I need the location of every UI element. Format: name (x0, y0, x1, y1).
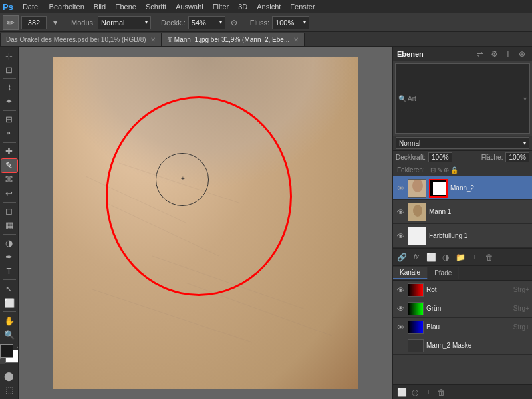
layer-visibility-fill[interactable]: 👁 (396, 231, 405, 241)
layers-header-icon-1[interactable]: ⇌ (474, 48, 486, 60)
svg-line-5 (92, 289, 252, 342)
canvas-area[interactable]: + (19, 47, 392, 399)
path-selection-tool[interactable]: ↖ (1, 282, 17, 295)
tab-pfade[interactable]: Pfade (428, 267, 459, 279)
tab-orakel[interactable]: Das Orakel des Meeres.psd bei 10,1% (RGB… (0, 33, 162, 46)
channel-visibility-blau[interactable]: 👁 (396, 323, 405, 332)
delete-layer-icon[interactable]: 🗑 (483, 251, 495, 263)
hand-tool[interactable]: ✋ (1, 314, 17, 327)
screen-mode-tool[interactable]: ⬚ (1, 383, 17, 396)
layer-name-mann1: Mann 1 (429, 208, 529, 215)
channel-item-mask2[interactable]: 👁 Mann_2 Maske (393, 336, 532, 355)
gradient-tool[interactable]: ▦ (1, 218, 17, 231)
mask-icon[interactable]: ⬜ (425, 251, 437, 263)
ch-bottom-icon-2[interactable]: ◎ (409, 386, 421, 398)
layers-header-icon-3[interactable]: T (502, 48, 514, 60)
lock-image-icon[interactable]: ✎ (437, 166, 442, 174)
lasso-tool[interactable]: ⌇ (1, 81, 17, 94)
layer-item-fill[interactable]: 👁 Farbfüllung 1 (393, 224, 532, 248)
brush-tool[interactable]: ✎ (1, 159, 17, 172)
brush-tool-icon[interactable]: ✏ (3, 15, 19, 30)
clone-tool[interactable]: ⌘ (1, 173, 17, 186)
opacity-value[interactable]: 100% (428, 152, 452, 162)
layers-header-icon-2[interactable]: ⚙ (488, 48, 500, 60)
reset-colors-icon[interactable]: ⬛ (0, 358, 5, 364)
layer-visibility-mann1[interactable]: 👁 (396, 207, 405, 217)
channel-item-rot[interactable]: 👁 Rot Strg+ (393, 281, 532, 299)
fluss-input[interactable]: 100% ▾ (272, 16, 309, 29)
color-swatches: ⇄ ⬛ (0, 342, 19, 366)
menu-fenster[interactable]: Fenster (286, 1, 319, 12)
menu-filter[interactable]: Filter (209, 1, 233, 12)
layers-panel-header: Ebenen ⇌ ⚙ T ⊕ (393, 47, 532, 61)
left-toolbar: ⊹ ⊡ ⌇ ✦ ⊞ ⁍ ✚ ✎ ⌘ ↩ ◻ ▦ ◑ ✒ T ↖ ⬜ ✋ 🔍 ⇄ … (0, 47, 19, 399)
menu-3d[interactable]: 3D (234, 1, 251, 12)
search-dropdown-icon[interactable]: ▾ (523, 95, 527, 102)
photo-canvas[interactable]: + (53, 57, 358, 389)
foreground-color-swatch[interactable] (0, 344, 13, 358)
menu-ansicht[interactable]: Ansicht (253, 1, 285, 12)
folder-icon[interactable]: 📁 (454, 251, 466, 263)
adjustment-icon[interactable]: ◑ (440, 251, 452, 263)
link-icon[interactable]: 🔗 (396, 251, 408, 263)
magic-wand-tool[interactable]: ✦ (1, 95, 17, 108)
svg-rect-12 (408, 227, 426, 245)
channel-visibility-mask2[interactable]: 👁 (396, 341, 405, 350)
shape-tool[interactable]: ⬜ (1, 296, 17, 309)
tab-orakel-close[interactable]: ✕ (150, 36, 156, 43)
ch-bottom-icon-1[interactable]: ⬜ (396, 386, 408, 398)
fill-value[interactable]: 100% (505, 152, 529, 162)
lock-icons: ⊡ ✎ ⊕ 🔒 (430, 166, 458, 174)
lock-all-icon[interactable]: 🔒 (450, 166, 458, 174)
channel-visibility-rot[interactable]: 👁 (396, 285, 405, 295)
tab-mann1[interactable]: © Mann_1.jpg bei 31,9% (Mann_2, Ebe... ✕ (162, 33, 305, 46)
channel-item-gruen[interactable]: 👁 Grün Strg+ (393, 299, 532, 318)
menu-datei[interactable]: Datei (19, 1, 44, 12)
selection-tool[interactable]: ⊡ (1, 63, 17, 76)
ch-bottom-icon-3[interactable]: + (422, 386, 434, 398)
layer-lock-row: Fokieren: ⊡ ✎ ⊕ 🔒 (393, 164, 532, 176)
airbrush-icon[interactable]: ⊙ (228, 17, 240, 29)
modus-dropdown[interactable]: Normal ▾ (98, 16, 151, 29)
layer-mode-dropdown[interactable]: Normal ▾ (396, 137, 529, 149)
menu-ebene[interactable]: Ebene (111, 1, 140, 12)
crop-tool[interactable]: ⊞ (1, 113, 17, 126)
channel-item-blau[interactable]: 👁 Blau Strg+ (393, 318, 532, 336)
new-layer-icon[interactable]: + (469, 251, 481, 263)
fluss-arrow-icon: ▾ (303, 19, 306, 25)
eraser-tool[interactable]: ◻ (1, 204, 17, 217)
layer-item-mann2[interactable]: 👁 Mann_2 (393, 176, 532, 200)
zoom-tool[interactable]: 🔍 (1, 328, 17, 341)
eyedropper-tool[interactable]: ⁍ (1, 127, 17, 140)
brush-size-input[interactable]: 382 (21, 16, 47, 29)
opacity-label: Deckkraft: (396, 154, 426, 161)
pen-tool[interactable]: ✒ (1, 250, 17, 263)
channel-visibility-gruen[interactable]: 👁 (396, 304, 405, 313)
modus-label: Modus: (71, 19, 95, 27)
ch-bottom-icon-4[interactable]: 🗑 (436, 386, 448, 398)
layer-item-mann1[interactable]: 👁 Mann 1 (393, 200, 532, 224)
layers-header-icon-4[interactable]: ⊕ (516, 48, 528, 60)
type-tool[interactable]: T (1, 264, 17, 277)
layer-visibility-mann2[interactable]: 👁 (396, 184, 405, 193)
quick-mask-tool[interactable]: ⬤ (1, 369, 17, 382)
channel-thumb-rot (408, 283, 424, 297)
brush-picker-icon[interactable]: ▾ (49, 17, 61, 29)
move-tool[interactable]: ⊹ (1, 49, 17, 63)
layers-search-box[interactable]: 🔍 Art ▾ (395, 63, 530, 134)
tab-kanaele[interactable]: Kanäle (393, 267, 428, 279)
heal-tool[interactable]: ✚ (1, 145, 17, 158)
fx-icon[interactable]: fx (410, 251, 422, 263)
menu-bild[interactable]: Bild (90, 1, 110, 12)
menu-auswahl[interactable]: Auswahl (172, 1, 207, 12)
lock-position-icon[interactable]: ⊕ (444, 166, 449, 174)
tab-mann1-close[interactable]: ✕ (293, 36, 299, 43)
history-brush-tool[interactable]: ↩ (1, 187, 17, 200)
menu-bearbeiten[interactable]: Bearbeiten (45, 1, 88, 12)
dodge-tool[interactable]: ◑ (1, 236, 17, 249)
right-panel: Ebenen ⇌ ⚙ T ⊕ 🔍 Art ▾ Normal ▾ (392, 47, 532, 399)
separator-1 (66, 17, 66, 29)
menu-schrift[interactable]: Schrift (142, 1, 170, 12)
lock-transparent-icon[interactable]: ⊡ (430, 166, 436, 174)
deckk-dropdown[interactable]: 54% ▾ (188, 16, 225, 29)
